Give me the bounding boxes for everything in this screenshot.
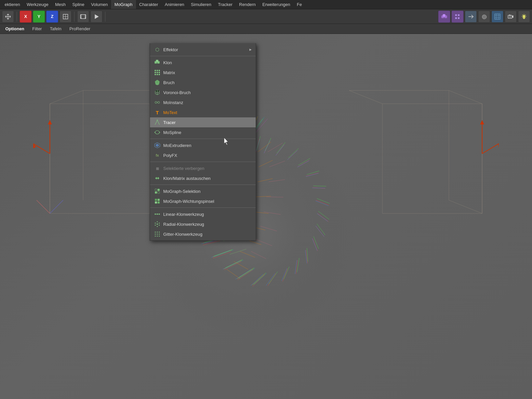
toolbar2-optionen[interactable]: Optionen [3, 26, 27, 32]
voronoi-label: Voronoi-Bruch [163, 90, 191, 95]
polyfx-icon: fx [154, 152, 161, 159]
polyfx-label: PolyFX [163, 153, 177, 158]
menu-charakter[interactable]: Charakter [136, 0, 162, 9]
menu-polyfx[interactable]: fx PolyFX [150, 150, 256, 160]
viewport-3d[interactable]: ⬡ Effektor Klon Matrix [0, 34, 532, 399]
svg-point-241 [159, 234, 160, 235]
motext-label: MoText [163, 110, 177, 115]
svg-point-242 [155, 236, 156, 237]
svg-rect-3 [80, 16, 81, 17]
menu-klon-matrix-austauschen[interactable]: Klon/Matrix austauschen [150, 173, 256, 183]
svg-rect-204 [159, 72, 160, 73]
menu-motext[interactable]: T MoText [150, 107, 256, 117]
menu-tracker[interactable]: Tracker [215, 0, 236, 9]
gitter-klon-icon [154, 231, 161, 237]
toolbar2-prorender[interactable]: ProRender [67, 26, 93, 32]
leaf-btn[interactable] [478, 11, 490, 23]
menu-mograph-wichtungspinsel[interactable]: MoGraph-Wichtungspinsel [150, 196, 256, 206]
voronoi-icon [154, 89, 161, 96]
svg-marker-215 [156, 144, 159, 147]
move-tool-btn[interactable] [2, 11, 14, 23]
svg-rect-2 [80, 15, 81, 16]
menu-matrix[interactable]: Matrix [150, 67, 256, 77]
menu-moextrudieren[interactable]: MoExtrudieren [150, 140, 256, 150]
svg-rect-25 [523, 18, 525, 18]
svg-rect-206 [157, 74, 158, 75]
svg-rect-205 [155, 74, 156, 75]
divider-5 [150, 207, 256, 208]
svg-point-237 [157, 232, 158, 233]
menu-bruch[interactable]: Bruch [150, 77, 256, 87]
mospline-label: MoSpline [163, 130, 181, 135]
effektor-label: Effektor [163, 47, 178, 52]
divider-2 [150, 139, 256, 139]
divider-3 [150, 162, 256, 162]
moinstanz-icon [154, 99, 161, 106]
svg-point-229 [157, 223, 158, 225]
svg-rect-220 [155, 199, 157, 201]
toolbar2-tafeln[interactable]: Tafeln [47, 26, 64, 32]
svg-rect-15 [458, 17, 460, 19]
svg-rect-201 [159, 70, 160, 71]
z-axis-btn[interactable]: Z [46, 11, 58, 23]
svg-point-233 [157, 226, 158, 227]
toolbar2-filter[interactable]: Filter [30, 26, 45, 32]
menu-select[interactable]: ektieren [1, 0, 23, 9]
svg-point-231 [159, 223, 160, 224]
menu-erweiterungen[interactable]: Erweiterungen [259, 0, 294, 9]
svg-rect-198 [156, 60, 158, 62]
menu-effektor[interactable]: ⬡ Effektor [150, 45, 256, 55]
tracer-icon [154, 119, 161, 126]
x-axis-btn[interactable]: X [20, 11, 32, 23]
svg-point-208 [155, 101, 157, 103]
radial-klon-label: Radial-Klonwerkzeug [163, 222, 204, 227]
menu-werkzeuge[interactable]: Werkzeuge [23, 0, 52, 9]
svg-rect-4 [80, 18, 81, 19]
svg-rect-23 [509, 15, 510, 15]
menu-linear-klonwerkzeug[interactable]: Linear-Klonwerkzeug [150, 209, 256, 219]
menu-tracer[interactable]: Tracer [150, 117, 256, 127]
menu-spline[interactable]: Spline [69, 0, 88, 9]
menu-mograph[interactable]: MoGraph [111, 0, 136, 9]
menu-mesh[interactable]: Mesh [52, 0, 69, 9]
play-btn[interactable] [90, 11, 102, 23]
y-axis-btn[interactable]: Y [33, 11, 45, 23]
menu-radial-klonwerkzeug[interactable]: Radial-Klonwerkzeug [150, 219, 256, 229]
svg-point-243 [157, 236, 158, 237]
matrix-icon [154, 69, 161, 76]
svg-marker-8 [95, 14, 99, 19]
grid-btn[interactable] [452, 11, 464, 23]
menu-animieren[interactable]: Animieren [162, 0, 188, 9]
menu-selektierte-verbergen: ▦ Selektierte verbergen [150, 163, 256, 173]
svg-point-232 [159, 225, 160, 226]
menu-mograph-selektion[interactable]: MoGraph-Selektion [150, 186, 256, 196]
camera-btn[interactable] [505, 11, 517, 23]
menu-moinstanz[interactable]: MoInstanz [150, 97, 256, 107]
menu-fe[interactable]: Fe [294, 0, 305, 9]
svg-rect-5 [85, 15, 86, 16]
svg-rect-221 [158, 199, 160, 201]
bruch-icon [154, 79, 161, 86]
object-coord-btn[interactable] [60, 11, 71, 23]
film-btn[interactable] [77, 11, 89, 23]
light-btn[interactable] [518, 11, 530, 23]
wichtungspinsel-icon [154, 198, 161, 204]
grid2-btn[interactable] [491, 11, 503, 23]
menu-volumen[interactable]: Volumen [88, 0, 111, 9]
svg-point-224 [155, 213, 156, 215]
menu-simulieren[interactable]: Simulieren [188, 0, 214, 9]
menu-gitter-klonwerkzeug[interactable]: Gitter-Klonwerkzeug [150, 229, 256, 239]
svg-rect-222 [155, 201, 157, 203]
moinstanz-label: MoInstanz [163, 100, 183, 105]
menu-rendern[interactable]: Rendern [236, 0, 259, 9]
menu-mospline[interactable]: MoSpline [150, 127, 256, 137]
svg-point-212 [155, 132, 156, 133]
menu-voronoi-bruch[interactable]: Voronoi-Bruch [150, 87, 256, 97]
menu-klon[interactable]: Klon [150, 58, 256, 67]
effektor-icon: ⬡ [154, 46, 161, 53]
klon-icon [154, 59, 161, 66]
separator-3 [105, 12, 105, 22]
arrow-btn[interactable] [465, 11, 477, 23]
cloner-btn[interactable] [438, 11, 450, 23]
svg-rect-26 [523, 18, 525, 19]
